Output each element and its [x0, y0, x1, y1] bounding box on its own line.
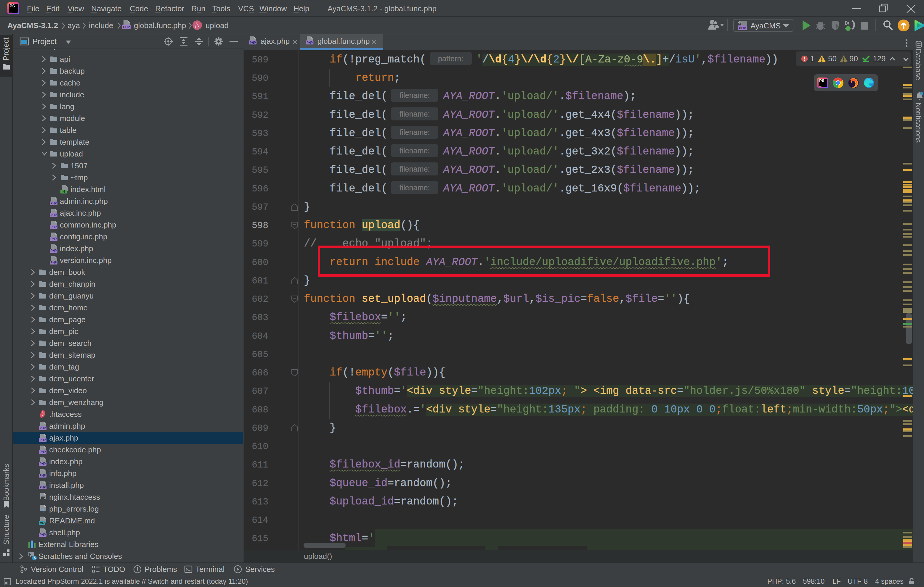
svg-text:PHP: PHP: [51, 237, 57, 240]
svg-text:PHP: PHP: [51, 202, 57, 205]
svg-text:PHP: PHP: [40, 486, 46, 489]
svg-text:PHP: PHP: [51, 249, 57, 252]
svg-text:PHP: PHP: [250, 41, 256, 44]
svg-text:PHP: PHP: [40, 439, 46, 442]
svg-text:PHP: PHP: [40, 474, 46, 477]
svg-text:PHP: PHP: [307, 41, 313, 44]
svg-text:H: H: [63, 190, 65, 193]
svg-text:PHP: PHP: [51, 261, 57, 264]
svg-text:PHP: PHP: [40, 450, 46, 454]
svg-text:PHP: PHP: [51, 214, 57, 217]
svg-text:PHP: PHP: [40, 427, 46, 430]
svg-text:PHP: PHP: [51, 225, 57, 229]
svg-text:PHP: PHP: [123, 25, 130, 29]
svg-text:?: ?: [42, 508, 45, 513]
svg-text:PHP: PHP: [739, 26, 746, 30]
svg-text:PHP: PHP: [40, 462, 46, 465]
svg-text:MD: MD: [40, 521, 45, 525]
svg-text:PHP: PHP: [40, 533, 46, 536]
